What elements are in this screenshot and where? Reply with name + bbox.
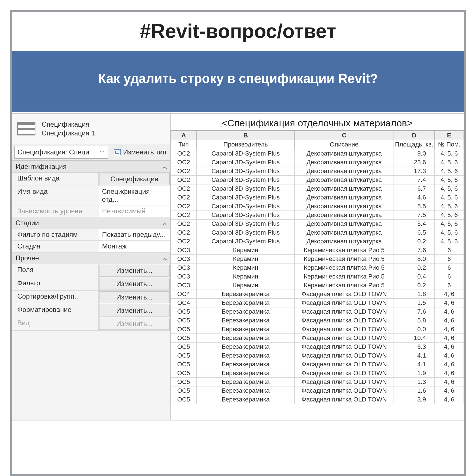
cell[interactable]: Декоративная штукатурка bbox=[295, 176, 394, 184]
property-group-header[interactable]: Прочее︽ bbox=[12, 252, 170, 264]
cell[interactable]: 1.3 bbox=[394, 378, 434, 386]
cell[interactable]: 4, 6 bbox=[435, 351, 464, 360]
cell[interactable]: Caparol 3D-System Plus bbox=[197, 202, 295, 211]
cell[interactable]: 0.2 bbox=[394, 264, 434, 272]
table-row[interactable]: OC2Caparol 3D-System PlusДекоративная шт… bbox=[171, 176, 464, 184]
column-header[interactable]: Площадь, кв. bbox=[394, 140, 434, 149]
cell[interactable]: Декоративная штукатурка bbox=[295, 149, 394, 158]
cell[interactable]: Березакерамика bbox=[197, 351, 295, 360]
cell[interactable]: Березакерамика bbox=[197, 307, 295, 316]
property-value-button[interactable]: Изменить... bbox=[99, 305, 170, 316]
cell[interactable]: Фасадная плитка OLD TOWN bbox=[295, 299, 394, 307]
type-selector[interactable]: Спецификация: Специ ﹀ bbox=[14, 146, 108, 159]
cell[interactable]: OC2 bbox=[171, 228, 197, 237]
property-value-button[interactable]: Спецификация bbox=[99, 173, 170, 185]
cell[interactable]: OC2 bbox=[171, 211, 197, 220]
cell[interactable]: OC2 bbox=[171, 149, 197, 158]
cell[interactable]: Березакерамика bbox=[197, 395, 295, 404]
cell[interactable]: Caparol 3D-System Plus bbox=[197, 193, 295, 202]
cell[interactable]: 3.9 bbox=[394, 395, 434, 404]
cell[interactable]: 6 bbox=[435, 246, 464, 255]
column-letter[interactable]: E bbox=[435, 131, 464, 140]
cell[interactable]: OC2 bbox=[171, 193, 197, 202]
cell[interactable]: Фасадная плитка OLD TOWN bbox=[295, 325, 394, 334]
cell[interactable]: Фасадная плитка OLD TOWN bbox=[295, 316, 394, 325]
cell[interactable]: 10.4 bbox=[394, 334, 434, 343]
cell[interactable]: Caparol 3D-System Plus bbox=[197, 158, 295, 167]
table-row[interactable]: OC5БерезакерамикаФасадная плитка OLD TOW… bbox=[171, 395, 464, 404]
column-letter[interactable]: D bbox=[394, 131, 434, 140]
column-header[interactable]: № Пом. bbox=[435, 140, 464, 149]
cell[interactable]: OC5 bbox=[171, 343, 197, 351]
cell[interactable]: Керамическая плитка Рио 5 bbox=[295, 272, 394, 281]
cell[interactable]: 5.8 bbox=[394, 316, 434, 325]
cell[interactable]: Фасадная плитка OLD TOWN bbox=[295, 290, 394, 299]
cell[interactable]: Березакерамика bbox=[197, 343, 295, 351]
table-row[interactable]: OC5БерезакерамикаФасадная плитка OLD TOW… bbox=[171, 386, 464, 395]
table-row[interactable]: OC3КераминКерамическая плитка Рио 58.06 bbox=[171, 255, 464, 264]
cell[interactable]: 0.2 bbox=[394, 281, 434, 290]
table-row[interactable]: OC3КераминКерамическая плитка Рио 50.46 bbox=[171, 272, 464, 281]
cell[interactable]: 6.5 bbox=[394, 228, 434, 237]
cell[interactable]: 7.4 bbox=[394, 176, 434, 184]
cell[interactable]: Березакерамика bbox=[197, 386, 295, 395]
cell[interactable]: 4, 5, 6 bbox=[435, 176, 464, 184]
cell[interactable]: 4, 6 bbox=[435, 334, 464, 343]
cell[interactable]: OC2 bbox=[171, 184, 197, 193]
cell[interactable]: 4, 6 bbox=[435, 360, 464, 369]
cell[interactable]: Декоративная штукатурка bbox=[295, 228, 394, 237]
cell[interactable]: 4, 6 bbox=[435, 386, 464, 395]
cell[interactable]: 4, 5, 6 bbox=[435, 220, 464, 228]
cell[interactable]: OC3 bbox=[171, 272, 197, 281]
table-row[interactable]: OC5БерезакерамикаФасадная плитка OLD TOW… bbox=[171, 334, 464, 343]
cell[interactable]: Caparol 3D-System Plus bbox=[197, 176, 295, 184]
cell[interactable]: Декоративная штукатурка bbox=[295, 220, 394, 228]
cell[interactable]: 1.6 bbox=[394, 386, 434, 395]
cell[interactable]: OC5 bbox=[171, 378, 197, 386]
cell[interactable]: 1.9 bbox=[394, 369, 434, 378]
cell[interactable]: 8.5 bbox=[394, 202, 434, 211]
cell[interactable]: OC5 bbox=[171, 334, 197, 343]
cell[interactable]: 9.0 bbox=[394, 149, 434, 158]
cell[interactable]: Фасадная плитка OLD TOWN bbox=[295, 360, 394, 369]
cell[interactable]: 4, 6 bbox=[435, 307, 464, 316]
cell[interactable]: 4, 6 bbox=[435, 299, 464, 307]
cell[interactable]: 5.4 bbox=[394, 220, 434, 228]
cell[interactable]: Керамин bbox=[197, 246, 295, 255]
cell[interactable]: Березакерамика bbox=[197, 290, 295, 299]
cell[interactable]: 8.0 bbox=[394, 255, 434, 264]
column-letter[interactable]: B bbox=[197, 131, 295, 140]
property-value-button[interactable]: Изменить... bbox=[99, 278, 170, 290]
cell[interactable]: Декоративная штукатурка bbox=[295, 158, 394, 167]
cell[interactable]: 6 bbox=[435, 255, 464, 264]
cell[interactable]: 17.3 bbox=[394, 167, 434, 176]
table-row[interactable]: OC2Caparol 3D-System PlusДекоративная шт… bbox=[171, 211, 464, 220]
table-row[interactable]: OC2Caparol 3D-System PlusДекоративная шт… bbox=[171, 167, 464, 176]
cell[interactable]: OC2 bbox=[171, 158, 197, 167]
table-row[interactable]: OC4БерезакерамикаФасадная плитка OLD TOW… bbox=[171, 299, 464, 307]
cell[interactable]: 4.1 bbox=[394, 360, 434, 369]
cell[interactable]: Фасадная плитка OLD TOWN bbox=[295, 351, 394, 360]
cell[interactable]: Керамин bbox=[197, 281, 295, 290]
cell[interactable]: Фасадная плитка OLD TOWN bbox=[295, 334, 394, 343]
cell[interactable]: Березакерамика bbox=[197, 316, 295, 325]
cell[interactable]: 4.1 bbox=[394, 351, 434, 360]
cell[interactable]: Керамин bbox=[197, 255, 295, 264]
cell[interactable]: OC5 bbox=[171, 325, 197, 334]
cell[interactable]: Фасадная плитка OLD TOWN bbox=[295, 378, 394, 386]
property-value[interactable]: Показать предыду... bbox=[99, 229, 170, 240]
cell[interactable]: Березакерамика bbox=[197, 334, 295, 343]
cell[interactable]: 6 bbox=[435, 264, 464, 272]
cell[interactable]: OC3 bbox=[171, 255, 197, 264]
cell[interactable]: Фасадная плитка OLD TOWN bbox=[295, 395, 394, 404]
cell[interactable]: 7.6 bbox=[394, 246, 434, 255]
table-row[interactable]: OC2Caparol 3D-System PlusДекоративная шт… bbox=[171, 228, 464, 237]
cell[interactable]: OC4 bbox=[171, 290, 197, 299]
table-row[interactable]: OC2Caparol 3D-System PlusДекоративная шт… bbox=[171, 184, 464, 193]
cell[interactable]: 4, 6 bbox=[435, 316, 464, 325]
table-row[interactable]: OC5БерезакерамикаФасадная плитка OLD TOW… bbox=[171, 360, 464, 369]
cell[interactable]: 7.6 bbox=[394, 307, 434, 316]
property-value[interactable]: Монтаж bbox=[99, 241, 170, 252]
cell[interactable]: OC2 bbox=[171, 202, 197, 211]
cell[interactable]: OC3 bbox=[171, 264, 197, 272]
